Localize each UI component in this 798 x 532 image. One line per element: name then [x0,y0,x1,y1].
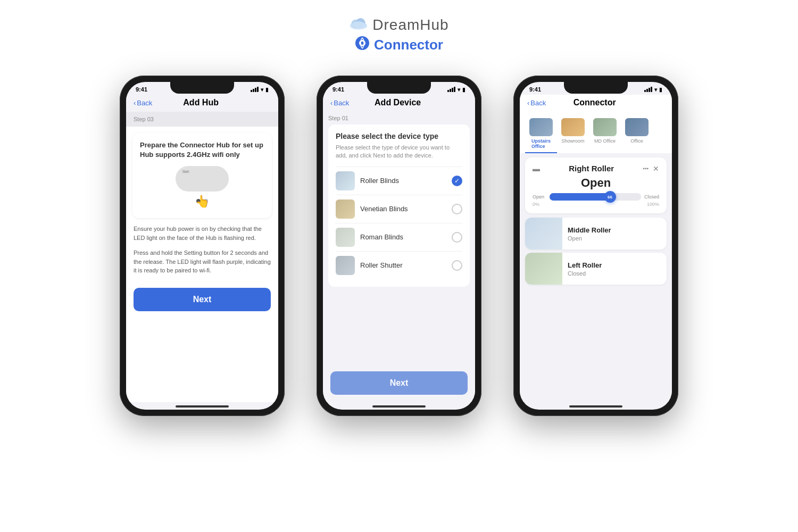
middle-roller-thumb [525,218,562,250]
wifi-icon: ▾ [654,87,657,93]
phone2-back-btn[interactable]: ‹ Back [330,99,349,107]
venetian-blinds-thumb [336,200,355,219]
middle-roller-name: Middle Roller [568,226,661,234]
phone1-status-icons: ▾ ▮ [251,87,269,93]
roller-blinds-radio[interactable]: ✓ [452,176,462,186]
battery-icon: ▮ [659,87,662,93]
phone3: 9:41 ▾ ▮ ‹ Back Connector [513,76,678,416]
phone2: 9:41 ▾ ▮ ‹ Back Add Device Step 01 [317,76,481,416]
phone1-content: Step 03 Prepare the Connector Hub for se… [126,112,278,402]
rooms-scroll: UpstairsOffice Showroom MD Office [520,112,672,153]
phone1-next-btn[interactable]: Next [134,288,271,311]
roman-blinds-radio[interactable] [452,232,462,243]
device-item-roman-blinds[interactable]: Roman Blinds [336,223,462,251]
right-roller-name: Right Roller [544,164,638,173]
device-item-roller-shutter[interactable]: Roller Shutter [336,251,462,279]
phone1-time: 9:41 [136,86,147,93]
slider-row: Open 66 Closed [533,193,659,201]
phone1-back-btn[interactable]: ‹ Back [134,99,152,107]
phone3-content: ▬ Right Roller ▪▪▪ ✕ Open Open 66 [520,153,672,402]
svg-point-6 [361,41,364,45]
phone2-navbar: ‹ Back Add Device [323,95,475,112]
phone2-time: 9:41 [332,86,344,93]
venetian-blinds-label: Venetian Blinds [360,205,446,213]
roman-blinds-label: Roman Blinds [360,233,446,241]
room-name-md-office: MD Office [594,138,616,144]
room-tab-showroom[interactable]: Showroom [557,116,589,153]
phone2-content: Step 01 Please select the device type Pl… [323,112,475,402]
home-bar [176,405,229,408]
middle-roller-thumb-img [525,218,562,250]
pct-high: 100% [647,202,659,207]
phone3-back-btn[interactable]: ‹ Back [527,99,546,107]
phone3-notch [564,82,628,94]
cloud-icon [349,16,368,34]
select-device-card: Please select the device type Please sel… [328,124,470,287]
room-tab-md-office[interactable]: MD Office [589,116,621,153]
roman-blinds-thumb [336,228,355,247]
battery-icon: ▮ [265,87,269,93]
phones-row: 9:41 ▾ ▮ ‹ Back Add Hub Step 03 P [0,76,798,416]
room-thumb-img-md-office [593,118,617,136]
hub-device-image: Set 👆 [140,166,264,203]
connector-name: Connector [374,37,443,53]
phone3-navbar: ‹ Back Connector [520,95,672,112]
roller-slider[interactable]: 66 [550,193,641,201]
connector-icon [355,36,370,54]
connector-logo: Connector [355,36,443,54]
phone2-bottom [323,402,475,410]
phone1-navbar: ‹ Back Add Hub [126,95,278,112]
right-roller-status: Open [533,176,659,190]
pct-low: 0% [533,202,539,207]
dreamhub-logo: DreamHub [349,16,448,34]
room-thumb-img-office [625,118,649,136]
right-roller-card: ▬ Right Roller ▪▪▪ ✕ Open Open 66 [525,157,667,213]
wifi-icon: ▾ [458,87,460,93]
phone3-title: Connector [546,98,643,107]
venetian-blinds-thumb-img [336,200,355,219]
roller-blinds-thumb-img [336,171,355,190]
left-roller-status: Closed [568,270,661,277]
hub-desc1: Ensure your hub power is on by checking … [134,225,271,242]
slider-fill [550,193,610,201]
roller-device-icon: ▬ [533,164,540,173]
phone1-screen: 9:41 ▾ ▮ ‹ Back Add Hub Step 03 P [126,82,278,410]
left-roller-info: Left Roller Closed [568,261,667,277]
home-bar [569,405,622,408]
room-tab-office[interactable]: Office [621,116,653,153]
slider-thumb[interactable]: 66 [604,191,616,203]
left-roller-thumb [525,253,562,285]
roller-blinds-thumb [336,171,355,190]
room-name-upstairs: UpstairsOffice [531,138,551,149]
venetian-blinds-radio[interactable] [452,204,462,214]
room-tab-upstairs-office[interactable]: UpstairsOffice [525,116,557,153]
room-thumb-img-upstairs [529,118,553,136]
roller-shutter-label: Roller Shutter [360,261,446,269]
hub-setup-card: Prepare the Connector Hub for set up Hub… [132,133,272,218]
phone2-screen: 9:41 ▾ ▮ ‹ Back Add Device Step 01 [323,82,475,410]
middle-roller-status: Open [568,235,661,242]
hand-icon: 👆 [195,195,210,209]
signal-icon [447,87,455,92]
phone2-next-btn[interactable]: Next [330,371,468,395]
left-roller-item[interactable]: Left Roller Closed [525,253,667,285]
logo-section: DreamHub Connector [349,16,448,54]
svg-point-3 [352,21,365,28]
hub-desc2: Press and hold the Setting button for 2 … [134,248,271,275]
phone1-title: Add Hub [152,98,250,107]
room-thumb-office [625,118,649,136]
home-bar [372,405,426,408]
phone1-notch [170,82,234,94]
select-device-desc: Please select the type of device you wan… [336,144,462,160]
right-roller-close-btn[interactable]: ✕ [653,164,659,173]
roller-shutter-radio[interactable] [452,260,462,271]
left-roller-name: Left Roller [568,261,661,269]
device-item-roller-blinds[interactable]: Roller Blinds ✓ [336,167,462,195]
pct-labels: 0% 100% [533,202,659,207]
device-item-venetian-blinds[interactable]: Venetian Blinds [336,195,462,223]
phone3-bottom [520,402,672,410]
open-label-left: Open [533,194,546,200]
phone2-title: Add Device [349,98,446,107]
middle-roller-item[interactable]: Middle Roller Open [525,218,667,250]
phone1: 9:41 ▾ ▮ ‹ Back Add Hub Step 03 P [120,76,285,416]
